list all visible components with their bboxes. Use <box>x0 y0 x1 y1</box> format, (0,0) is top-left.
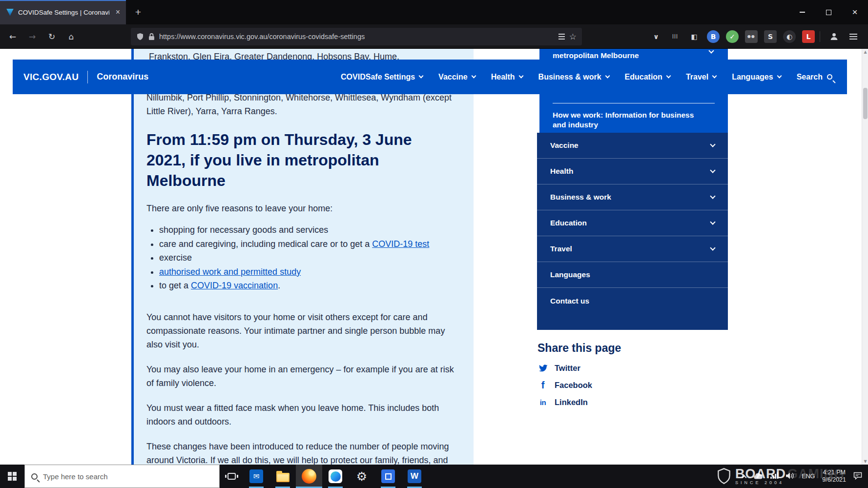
site-header: VIC.GOV.AU Coronavirus COVIDSafe Setting… <box>13 60 847 94</box>
firefox-icon <box>302 469 316 484</box>
pocket-icon[interactable]: ∨ <box>650 30 662 43</box>
firefox-taskbar-button[interactable] <box>296 465 322 488</box>
lastpass-icon[interactable]: L <box>802 30 815 43</box>
nav-item-education[interactable]: Education <box>625 73 670 81</box>
account-icon[interactable] <box>825 28 843 45</box>
share-section: Share this page TwitterfFacebookinLinked… <box>537 342 723 414</box>
back-button[interactable]: ← <box>4 28 21 45</box>
window-close-button[interactable]: × <box>842 0 868 24</box>
sidebar-item-label: Contact us <box>550 297 589 305</box>
sidebar-item-label: Business & work <box>550 193 611 202</box>
window-maximize-button[interactable] <box>815 0 842 24</box>
bookmark-star-icon[interactable]: ☆ <box>569 32 577 41</box>
window-minimize-button[interactable] <box>789 0 815 24</box>
share-link-label: Facebook <box>555 381 592 390</box>
sidebar-item-vaccine[interactable]: Vaccine <box>537 133 728 159</box>
taskbar-search[interactable] <box>24 465 220 488</box>
new-tab-button[interactable]: + <box>130 4 146 20</box>
nav-item-search[interactable]: Search <box>797 73 832 81</box>
site-favicon-icon <box>6 9 14 16</box>
windows-taskbar: ✉⚙W ENG 4:21 PM 9/6/2021 <box>0 465 868 488</box>
tray-expand-icon[interactable] <box>742 475 747 480</box>
bitwarden-icon[interactable]: B <box>707 30 720 43</box>
system-tray: ENG 4:21 PM 9/6/2021 <box>743 465 868 488</box>
sidebar-item-travel[interactable]: Travel <box>537 236 728 262</box>
list-item: authorised work and permitted study <box>159 265 454 279</box>
mail-icon: ✉ <box>249 469 263 483</box>
search-input[interactable] <box>43 472 213 481</box>
bullet-text: to get a <box>159 281 191 290</box>
sidebar-item-education[interactable]: Education <box>537 210 728 236</box>
photos-taskbar-button[interactable] <box>375 465 401 488</box>
inline-link[interactable]: COVID-19 test <box>372 239 429 249</box>
sidebar-item-label: Travel <box>550 244 572 253</box>
sidebar-menu: VaccineHealthBusiness & workEducationTra… <box>537 133 728 330</box>
share-linkedin-link[interactable]: inLinkedIn <box>537 398 723 407</box>
sidebar-item-contact-us[interactable]: Contact us <box>537 288 728 314</box>
action-center-icon[interactable] <box>853 472 862 481</box>
home-button[interactable]: ⌂ <box>62 28 80 45</box>
nav-item-business-work[interactable]: Business & work <box>538 73 609 81</box>
sidebar-item-how-we-live[interactable]: How we live: Information for metropolita… <box>553 49 700 61</box>
chevron-down-icon <box>471 74 476 79</box>
scroll-down-arrow-icon[interactable]: ▼ <box>862 459 868 464</box>
chevron-down-icon <box>777 74 782 79</box>
nav-item-health[interactable]: Health <box>491 73 523 81</box>
inline-link[interactable]: COVID-19 vaccination <box>191 281 278 290</box>
network-signal-icon[interactable] <box>770 472 779 480</box>
file-explorer-taskbar-button[interactable] <box>269 465 296 488</box>
nav-item-languages[interactable]: Languages <box>732 73 781 81</box>
tampermonkey-icon[interactable]: ●● <box>745 30 758 43</box>
inline-link[interactable]: authorised work and permitted study <box>159 267 301 277</box>
site-brand[interactable]: VIC.GOV.AU Coronavirus <box>23 71 148 83</box>
chevron-down-icon <box>518 74 523 79</box>
tab-close-icon[interactable]: × <box>114 8 122 17</box>
edge-taskbar-button[interactable] <box>322 465 349 488</box>
chevron-down-icon <box>710 193 715 199</box>
nav-item-covidsafe-settings[interactable]: COVIDSafe Settings <box>341 73 423 81</box>
browser-tab[interactable]: COVIDSafe Settings | Coronavir × <box>0 0 126 24</box>
sidebar-item-label: Vaccine <box>550 141 579 150</box>
task-view-button[interactable] <box>220 465 243 488</box>
share-facebook-link[interactable]: fFacebook <box>537 380 723 391</box>
scrollbar-thumb[interactable] <box>863 88 868 119</box>
scroll-up-arrow-icon[interactable]: ▲ <box>862 50 868 54</box>
lock-icon[interactable] <box>148 33 155 41</box>
url-bar[interactable]: https://www.coronavirus.vic.gov.au/coron… <box>131 28 582 45</box>
language-indicator[interactable]: ENG <box>802 473 815 480</box>
stylus-icon[interactable]: S <box>764 30 777 43</box>
mail-taskbar-button[interactable]: ✉ <box>243 465 269 488</box>
list-item: care and caregiving, including medical c… <box>159 237 454 251</box>
page-scrollbar[interactable]: ▲ ▼ <box>862 49 868 465</box>
menu-button[interactable] <box>845 28 862 45</box>
darkreader-icon[interactable]: ◐ <box>783 30 796 43</box>
article-lead: There are only five reasons to leave you… <box>146 202 454 215</box>
forward-button[interactable]: → <box>23 28 41 45</box>
sidebar-item-business-work[interactable]: Business & work <box>537 184 728 210</box>
library-icon[interactable]: ||| <box>669 30 682 43</box>
tab-title: COVIDSafe Settings | Coronavir <box>18 9 109 16</box>
sidebar-item-how-we-work[interactable]: How we work: Information for business an… <box>553 110 700 130</box>
taskbar-clock[interactable]: 4:21 PM 9/6/2021 <box>822 469 846 484</box>
sidebar-item-label: Education <box>550 219 587 227</box>
reload-button[interactable]: ↻ <box>43 28 61 45</box>
onedrive-cloud-icon[interactable] <box>753 472 763 481</box>
search-icon <box>31 473 38 480</box>
start-button[interactable] <box>0 465 24 488</box>
sidebar-icon[interactable]: ◧ <box>688 30 701 43</box>
site-name[interactable]: Coronavirus <box>97 72 148 82</box>
tracking-protection-shield-icon[interactable] <box>136 33 144 41</box>
extensions-area: ∨|||◧B✓●●S◐L <box>650 30 815 43</box>
reader-mode-icon[interactable] <box>558 34 565 40</box>
share-twitter-link[interactable]: Twitter <box>537 364 723 373</box>
volume-icon[interactable] <box>786 472 794 481</box>
sidebar-item-health[interactable]: Health <box>537 159 728 184</box>
settings-taskbar-button[interactable]: ⚙ <box>349 465 375 488</box>
nav-item-travel[interactable]: Travel <box>686 73 716 81</box>
adguard-icon[interactable]: ✓ <box>726 30 739 43</box>
word-taskbar-button[interactable]: W <box>401 465 428 488</box>
vic-gov-logo[interactable]: VIC.GOV.AU <box>23 72 79 82</box>
nav-item-vaccine[interactable]: Vaccine <box>438 73 475 81</box>
bullet-text: care and caregiving, including medical c… <box>159 239 372 249</box>
sidebar-item-languages[interactable]: Languages <box>537 262 728 288</box>
